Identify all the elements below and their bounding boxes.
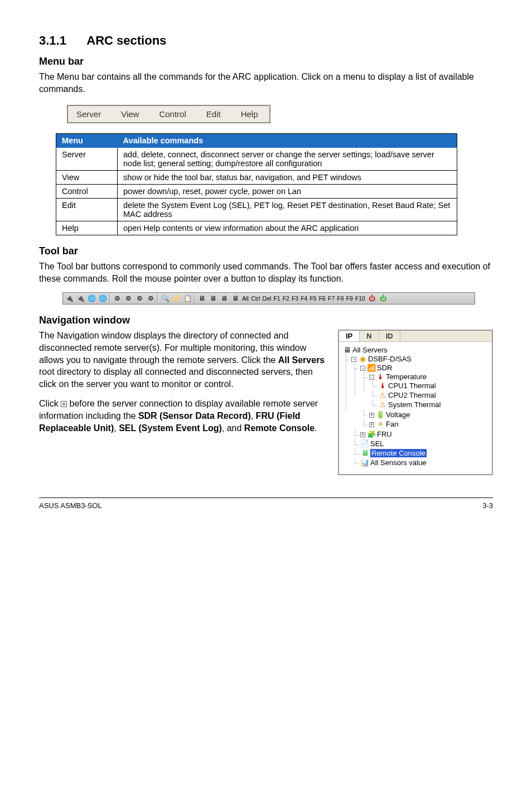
toolbar-separator <box>194 293 195 303</box>
menu-bar-screenshot: Server View Control Edit Help <box>67 105 270 123</box>
footer-right: 3-3 <box>482 501 493 510</box>
thermometer-icon: 🌡 <box>378 381 387 390</box>
toolbar-icon: ⏻ <box>367 293 377 303</box>
toolbar-icon: 🌐 <box>98 293 108 303</box>
toolbar-label: F6 <box>318 295 326 302</box>
plus-icon: + <box>61 401 67 407</box>
tree-server[interactable]: -◉DSBF-D/SAS -📶SDR -🌡Temperature 🌡CPU1 <box>351 354 489 468</box>
toolbar-label: F10 <box>355 295 366 302</box>
tree-leaf[interactable]: ⚠CPU2 Thermal <box>378 390 489 400</box>
toolbar-label: F3 <box>291 295 299 302</box>
section-title: ARC sections <box>86 33 166 47</box>
toolbar-label: Ctrl <box>250 295 260 302</box>
tab-id[interactable]: ID <box>379 331 400 341</box>
cell-menu: Control <box>56 185 118 199</box>
menu-item-help: Help <box>241 109 258 119</box>
toolbar-icon: 🔌 <box>75 293 85 303</box>
tree-fan[interactable]: +✳Fan <box>369 419 489 429</box>
toolbar-icon: ⚙ <box>146 293 156 303</box>
cell-menu: View <box>56 171 118 185</box>
toolbar-label: F2 <box>282 295 290 302</box>
footer-left: ASUS ASMB3-SOL <box>39 501 102 510</box>
cell-desc: power down/up, reset, power cycle, power… <box>118 185 457 199</box>
tree-temperature[interactable]: -🌡Temperature 🌡CPU1 Thermal ⚠CPU2 Therma… <box>369 372 489 410</box>
tab-n[interactable]: N <box>360 331 379 341</box>
tree-leaf[interactable]: ⚠System Thermal <box>378 400 489 409</box>
collapse-icon[interactable]: - <box>351 357 356 362</box>
toolbar-icon: 📀 <box>171 293 181 303</box>
table-row: Server add, delete, connect, disconnect … <box>56 148 457 171</box>
toolbar-icon: 🌐 <box>86 293 96 303</box>
nav-paragraph-1: The Navigation window displays the direc… <box>39 330 328 390</box>
thermometer-icon: 🌡 <box>376 373 385 381</box>
toolbar-label: F7 <box>327 295 335 302</box>
tree-leaf[interactable]: 🌡CPU1 Thermal <box>378 381 489 390</box>
toolbar-label: Alt <box>241 295 249 302</box>
page-footer: ASUS ASMB3-SOL 3-3 <box>39 497 493 510</box>
toolbar-icon: 🔌 <box>64 293 74 303</box>
toolbar-label: F8 <box>336 295 344 302</box>
expand-icon[interactable]: + <box>369 413 374 418</box>
tree-all-sensors[interactable]: 📊All Sensors value <box>360 458 489 467</box>
cell-menu: Server <box>56 148 118 171</box>
tab-ip[interactable]: IP <box>339 331 360 341</box>
warning-icon: ⚠ <box>378 400 387 409</box>
toolbar-label: F4 <box>300 295 308 302</box>
cell-desc: delete the System Event Log (SEL), PET l… <box>118 199 457 221</box>
menu-bar-heading: Menu bar <box>39 56 493 67</box>
toolbar-icon: ⚙ <box>134 293 144 303</box>
menu-bar-text: The Menu bar contains all the commands f… <box>39 71 493 95</box>
warning-icon: ⚠ <box>378 391 387 399</box>
tree-fru[interactable]: +🧩FRU <box>360 429 489 439</box>
toolbar-label: Del <box>262 295 272 302</box>
navigation-tree-panel: IP N ID 🖥All Servers -◉DSBF-D/SAS -📶SDR <box>338 330 493 475</box>
toolbar-icon: 🔍 <box>160 293 170 303</box>
toolbar-label: F5 <box>309 295 317 302</box>
fan-icon: ✳ <box>376 420 385 428</box>
tool-bar-heading: Tool bar <box>39 245 493 257</box>
nav-paragraph-2: Click + before the server connection to … <box>39 398 328 434</box>
toolbar-label: F1 <box>273 295 280 302</box>
server-icon: ◉ <box>358 355 367 363</box>
expand-icon[interactable]: + <box>360 432 365 437</box>
menu-item-control: Control <box>159 109 186 119</box>
cell-menu: Edit <box>56 199 118 221</box>
tree-tabs: IP N ID <box>339 331 492 342</box>
table-row: Edit delete the System Event Log (SEL), … <box>56 199 457 221</box>
menu-item-view: View <box>121 109 139 119</box>
fru-icon: 🧩 <box>367 430 376 438</box>
toolbar-icon: 🖥 <box>219 293 229 303</box>
toolbar-icon: ⏻ <box>378 293 388 303</box>
table-row: Help open Help contents or view informat… <box>56 221 457 235</box>
nav-heading: Navigation window <box>39 315 493 326</box>
toolbar-icon: ⚙ <box>112 293 122 303</box>
collapse-icon[interactable]: - <box>369 375 374 380</box>
tree-sel[interactable]: 📄SEL <box>360 439 489 448</box>
toolbar-label: F9 <box>346 295 354 302</box>
voltage-icon: 🔋 <box>376 410 385 419</box>
table-head-menu: Menu <box>56 134 118 148</box>
tree-sdr[interactable]: -📶SDR -🌡Temperature 🌡CPU1 Thermal ⚠CPU2 … <box>360 363 489 429</box>
menu-item-server: Server <box>76 109 101 119</box>
tree-remote-console[interactable]: 🖥Remote Console <box>360 448 489 458</box>
toolbar-separator <box>109 293 110 303</box>
cell-desc: add, delete, connect, disconnect server … <box>118 148 457 171</box>
collapse-icon[interactable]: - <box>360 366 365 371</box>
commands-table: Menu Available commands Server add, dele… <box>56 133 457 235</box>
cell-desc: show or hide the tool bar, status bar, n… <box>118 171 457 185</box>
table-row: View show or hide the tool bar, status b… <box>56 171 457 185</box>
tree-root[interactable]: 🖥All Servers -◉DSBF-D/SAS -📶SDR -🌡Temper… <box>342 345 489 468</box>
tool-bar-screenshot: 🔌 🔌 🌐 🌐 ⚙ ⚙ ⚙ ⚙ 🔍 📀 📋 🖥 🖥 🖥 🖥 Alt Ctrl D… <box>62 292 475 305</box>
tool-bar-text: The Tool bar buttons correspond to commo… <box>39 260 493 284</box>
console-icon: 🖥 <box>360 449 369 457</box>
section-number: 3.1.1 <box>39 33 84 48</box>
cell-desc: open Help contents or view information a… <box>118 221 457 235</box>
expand-icon[interactable]: + <box>369 422 374 427</box>
cell-menu: Help <box>56 221 118 235</box>
toolbar-icon: 📋 <box>182 293 192 303</box>
table-row: Control power down/up, reset, power cycl… <box>56 185 457 199</box>
toolbar-icon: ⚙ <box>123 293 133 303</box>
tree-voltage[interactable]: +🔋Voltage <box>369 410 489 419</box>
table-head-available: Available commands <box>118 134 457 148</box>
toolbar-separator <box>157 293 158 303</box>
